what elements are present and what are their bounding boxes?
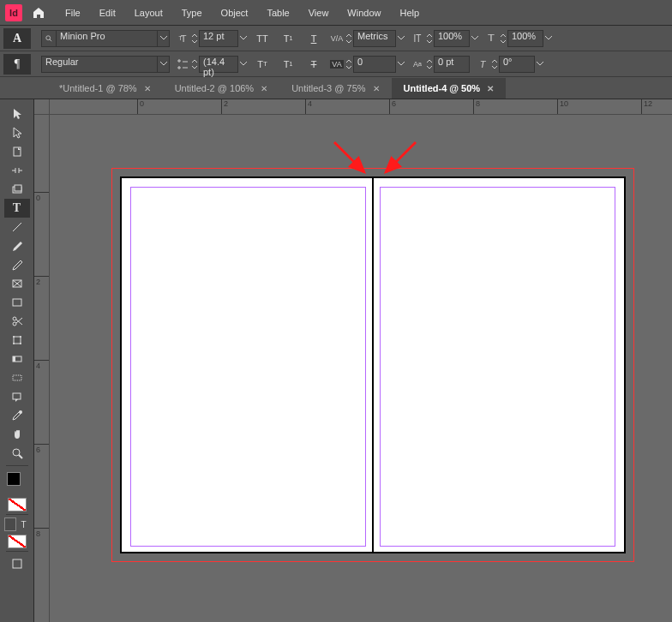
tab-label: *Untitled-1 @ 78%: [59, 83, 137, 93]
view-mode-button[interactable]: [4, 554, 30, 573]
chevron-down-icon[interactable]: [158, 56, 170, 73]
menu-window[interactable]: Window: [339, 4, 389, 21]
horizontal-ruler[interactable]: 0 2 4 6 8 10 12: [50, 99, 672, 115]
document-tab[interactable]: *Untitled-1 @ 78%✕: [47, 78, 163, 99]
underline-button[interactable]: T: [303, 29, 324, 48]
scissors-tool[interactable]: [4, 312, 30, 331]
spine: [372, 178, 374, 552]
rectangle-frame-tool[interactable]: [4, 274, 30, 293]
close-icon[interactable]: ✕: [487, 84, 494, 93]
direct-selection-tool[interactable]: [4, 123, 30, 142]
chevron-down-icon[interactable]: [158, 30, 170, 47]
ruler-mark: 8: [34, 528, 49, 538]
apply-none-swatch[interactable]: [8, 498, 27, 511]
home-icon[interactable]: [29, 3, 48, 22]
tracking-icon: VA: [329, 57, 345, 72]
tracking-field[interactable]: VA 0: [329, 56, 405, 73]
menu-view[interactable]: View: [300, 4, 338, 21]
document-tab[interactable]: Untitled-3 @ 75%✕: [279, 78, 391, 99]
chevron-down-icon[interactable]: [537, 62, 543, 66]
tab-label: Untitled-4 @ 50%: [404, 83, 481, 93]
chevron-down-icon[interactable]: [240, 36, 247, 40]
svg-point-24: [13, 449, 20, 456]
page-tool[interactable]: [4, 142, 30, 161]
font-size-field[interactable]: TT 12 pt: [175, 30, 247, 47]
character-mode-icon[interactable]: A: [3, 28, 31, 49]
fill-stroke-swatches[interactable]: [7, 472, 27, 493]
kerning-field[interactable]: V/A Metrics: [329, 30, 405, 47]
ruler-mark: 12: [641, 99, 652, 114]
chevron-down-icon[interactable]: [240, 62, 247, 66]
menu-edit[interactable]: Edit: [91, 4, 124, 21]
paragraph-mode-icon[interactable]: ¶: [3, 54, 31, 75]
close-icon[interactable]: ✕: [144, 84, 151, 93]
svg-rect-14: [14, 337, 21, 344]
vertical-scale-field[interactable]: IT 100%: [410, 30, 478, 47]
baseline-shift-field[interactable]: Aa 0 pt: [410, 56, 470, 73]
all-caps-button[interactable]: TT: [252, 29, 273, 48]
gradient-swatch-tool[interactable]: [4, 350, 30, 368]
selection-tool[interactable]: [4, 105, 30, 123]
gradient-feather-tool[interactable]: [4, 368, 30, 387]
content-collector-tool[interactable]: [4, 180, 30, 199]
hand-tool[interactable]: [4, 425, 30, 444]
free-transform-tool[interactable]: [4, 331, 30, 350]
default-fill-stroke[interactable]: [8, 535, 27, 548]
svg-line-1: [50, 39, 51, 40]
zoom-tool[interactable]: [4, 444, 30, 463]
superscript-button[interactable]: T1: [278, 29, 298, 48]
horizontal-scale-field[interactable]: T 100%: [483, 30, 552, 47]
subscript-button[interactable]: T1: [278, 55, 298, 74]
svg-rect-22: [13, 393, 21, 399]
canvas[interactable]: 0 2 4 6 8 10 12 0 2 4 6 8: [34, 99, 672, 622]
close-icon[interactable]: ✕: [373, 84, 380, 93]
ruler-mark: 6: [389, 99, 396, 114]
menu-object[interactable]: Object: [213, 4, 257, 21]
ruler-mark: 4: [305, 99, 312, 114]
svg-rect-2: [14, 147, 21, 156]
font-style-field[interactable]: Regular: [41, 56, 170, 73]
svg-point-18: [20, 343, 21, 344]
rectangle-tool[interactable]: [4, 293, 30, 312]
formatting-container-icon[interactable]: [4, 517, 16, 531]
horizontal-scale-icon: T: [483, 31, 499, 46]
font-size-icon: TT: [175, 31, 190, 46]
svg-rect-20: [13, 356, 15, 362]
main-area: T T 0 2 4 6: [0, 99, 672, 622]
menu-table[interactable]: Table: [258, 4, 297, 21]
ruler-origin[interactable]: [34, 99, 50, 115]
chevron-down-icon[interactable]: [545, 36, 552, 40]
document-tab[interactable]: Untitled-4 @ 50%✕: [392, 78, 507, 99]
formatting-text-icon[interactable]: T: [18, 517, 30, 531]
character-control-row-2: ¶ Regular (14.4 pt) TT T1 T VA 0 Aa 0 pt…: [0, 51, 672, 77]
pencil-tool[interactable]: [4, 255, 30, 274]
svg-point-17: [13, 343, 15, 344]
vertical-ruler[interactable]: 0 2 4 6 8: [34, 115, 50, 622]
right-page-margin: [380, 187, 615, 547]
type-tool[interactable]: T: [4, 199, 30, 218]
svg-line-25: [19, 455, 22, 458]
eyedropper-tool[interactable]: [4, 406, 30, 425]
strikethrough-button[interactable]: T: [303, 55, 324, 74]
menu-layout[interactable]: Layout: [126, 4, 171, 21]
menu-type[interactable]: Type: [173, 4, 211, 21]
ruler-mark: 2: [221, 99, 228, 114]
menu-help[interactable]: Help: [391, 4, 428, 21]
svg-point-11: [13, 322, 16, 326]
close-icon[interactable]: ✕: [261, 84, 267, 93]
line-tool[interactable]: [4, 218, 30, 236]
menu-file[interactable]: File: [57, 4, 89, 21]
document-tab[interactable]: Untitled-2 @ 106%✕: [163, 78, 280, 99]
leading-field[interactable]: (14.4 pt): [175, 56, 247, 73]
note-tool[interactable]: [4, 387, 30, 406]
pen-tool[interactable]: [4, 236, 30, 255]
chevron-down-icon[interactable]: [398, 36, 405, 40]
left-page-margin: [130, 187, 366, 547]
chevron-down-icon[interactable]: [471, 36, 478, 40]
font-family-field[interactable]: Minion Pro: [41, 30, 170, 47]
skew-field[interactable]: T 0°: [475, 56, 543, 73]
gap-tool[interactable]: [4, 161, 30, 180]
chevron-down-icon[interactable]: [398, 62, 405, 66]
small-caps-button[interactable]: TT: [252, 55, 273, 74]
ruler-mark: 6: [34, 444, 49, 454]
